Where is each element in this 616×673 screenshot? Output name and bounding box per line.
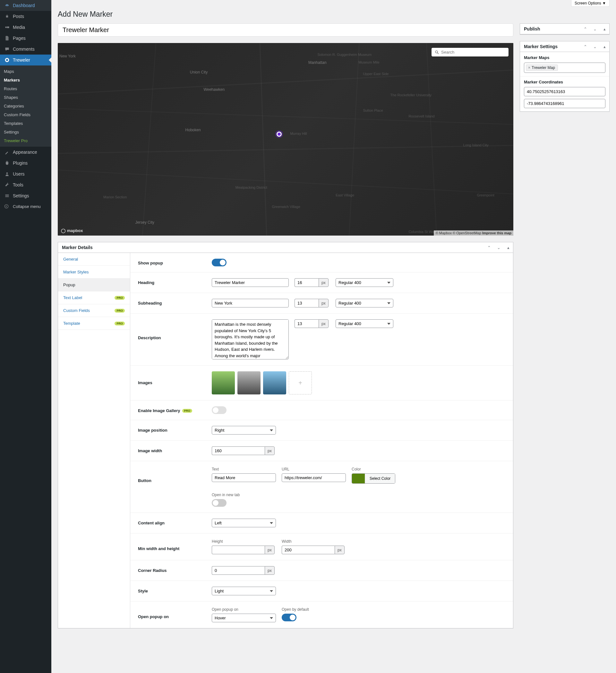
submenu-treweler-pro[interactable]: Treweler Pro — [0, 137, 51, 145]
marker-settings-box: Marker Settings ⌃ ⌄ ▴ Marker Maps × Tr — [520, 41, 610, 112]
map-pin-icon — [4, 57, 10, 63]
panel-down-icon[interactable]: ⌄ — [590, 24, 600, 34]
panel-up-icon[interactable]: ⌃ — [580, 24, 590, 34]
tab-general[interactable]: General — [58, 253, 130, 266]
menu-users[interactable]: Users — [0, 169, 51, 179]
submenu-settings[interactable]: Settings — [0, 128, 51, 137]
style-select[interactable]: Light — [212, 587, 276, 595]
map-search-input[interactable] — [441, 50, 505, 54]
color-swatch[interactable] — [352, 474, 365, 483]
width-label: Width — [282, 539, 346, 544]
pro-badge: PRO — [114, 321, 125, 325]
tab-popup[interactable]: Popup — [58, 278, 130, 291]
submenu-routes[interactable]: Routes — [0, 84, 51, 93]
menu-settings[interactable]: Settings — [0, 190, 51, 201]
submenu-maps[interactable]: Maps — [0, 67, 51, 76]
image-position-select[interactable]: Right — [212, 426, 276, 435]
lat-input[interactable] — [524, 87, 605, 96]
marker-title-input[interactable] — [58, 23, 513, 37]
menu-posts[interactable]: Posts — [0, 11, 51, 22]
image-add-button[interactable]: + — [289, 371, 312, 395]
corner-radius-input[interactable] — [212, 566, 265, 575]
image-thumb-3[interactable] — [263, 371, 286, 395]
subheading-weight-select[interactable]: Regular 400 — [336, 299, 393, 307]
map-improve-link[interactable]: Improve this map — [482, 231, 512, 235]
heading-input[interactable] — [212, 278, 289, 287]
menu-appearance[interactable]: Appearance — [0, 147, 51, 158]
tab-custom-fields[interactable]: Custom FieldsPRO — [58, 304, 130, 317]
panel-up-icon[interactable]: ⌃ — [484, 243, 494, 252]
comment-icon — [4, 46, 10, 52]
menu-treweler[interactable]: Treweler — [0, 54, 51, 65]
description-fontsize-input[interactable] — [295, 319, 319, 328]
panel-toggle-icon[interactable]: ▴ — [600, 42, 609, 51]
tag-remove-icon[interactable]: × — [528, 65, 530, 70]
submenu-custom-fields[interactable]: Custom Fields — [0, 110, 51, 119]
menu-label: Appearance — [13, 149, 37, 155]
mapbox-logo: ◯ mapbox — [61, 228, 83, 233]
svg-rect-7 — [5, 196, 9, 197]
menu-label: Plugins — [13, 160, 28, 166]
button-newtab-toggle[interactable] — [212, 499, 227, 507]
map-marker-pin[interactable] — [277, 132, 282, 137]
map-attr-mapbox[interactable]: © Mapbox — [436, 231, 452, 235]
min-width-input[interactable] — [282, 545, 335, 554]
heading-fontsize-input[interactable] — [295, 278, 319, 287]
marker-maps-label: Marker Maps — [524, 55, 605, 60]
px-unit: px — [319, 299, 329, 307]
tag-label: Treweler Map — [532, 65, 555, 70]
subheading-fontsize-input[interactable] — [295, 299, 319, 307]
lng-input[interactable] — [524, 99, 605, 108]
collapse-menu-button[interactable]: Collapse menu — [0, 201, 51, 212]
image-width-input[interactable] — [212, 446, 265, 455]
tab-text-label[interactable]: Text LabelPRO — [58, 291, 130, 304]
subheading-input[interactable] — [212, 299, 289, 307]
marker-details-box: Marker Details ⌃ ⌄ ▴ General Marker Styl… — [58, 242, 513, 628]
description-textarea[interactable]: Manhattan is the most densely populated … — [212, 319, 289, 360]
map-attr-osm[interactable]: © OpenStreetMap — [453, 231, 481, 235]
min-height-input[interactable] — [212, 545, 265, 554]
marker-settings-title: Marker Settings — [520, 41, 580, 52]
submenu-markers[interactable]: Markers — [0, 76, 51, 84]
submenu-templates[interactable]: Templates — [0, 119, 51, 128]
heading-label: Heading — [138, 278, 212, 285]
menu-comments[interactable]: Comments — [0, 44, 51, 54]
tab-marker-styles[interactable]: Marker Styles — [58, 266, 130, 278]
panel-down-icon[interactable]: ⌄ — [590, 42, 600, 51]
px-unit: px — [319, 278, 329, 287]
image-thumb-1[interactable] — [212, 371, 235, 395]
open-popup-select[interactable]: Hover — [212, 614, 276, 622]
menu-label: Comments — [13, 46, 35, 52]
panel-down-icon[interactable]: ⌄ — [494, 243, 504, 252]
submenu-shapes[interactable]: Shapes — [0, 93, 51, 102]
style-label: Style — [138, 587, 212, 594]
svg-rect-6 — [5, 195, 9, 196]
show-popup-toggle[interactable] — [212, 259, 227, 266]
open-default-toggle[interactable] — [282, 614, 296, 621]
select-color-button[interactable]: Select Color — [365, 474, 395, 483]
menu-media[interactable]: Media — [0, 22, 51, 33]
submenu-categories[interactable]: Categories — [0, 102, 51, 110]
button-url-input[interactable] — [282, 473, 346, 482]
menu-label: Pages — [13, 35, 26, 41]
description-weight-select[interactable]: Regular 400 — [336, 319, 393, 328]
menu-plugins[interactable]: Plugins — [0, 158, 51, 169]
map-canvas[interactable]: New York Union City Manhattan Solomon R.… — [58, 43, 513, 236]
panel-toggle-icon[interactable]: ▴ — [600, 24, 609, 34]
menu-tools[interactable]: Tools — [0, 179, 51, 190]
button-text-input[interactable] — [212, 473, 276, 482]
content-align-select[interactable]: Left — [212, 519, 276, 527]
map-search — [431, 48, 509, 56]
heading-weight-select[interactable]: Regular 400 — [336, 278, 393, 287]
panel-toggle-icon[interactable]: ▴ — [504, 243, 513, 252]
marker-maps-input[interactable]: × Treweler Map — [524, 62, 605, 73]
image-thumb-2[interactable] — [237, 371, 261, 395]
tab-template[interactable]: TemplatePRO — [58, 317, 130, 330]
page-title: Add New Marker — [58, 10, 610, 19]
content-align-label: Content align — [138, 519, 212, 525]
menu-pages[interactable]: Pages — [0, 33, 51, 44]
screen-options-button[interactable]: Screen Options ▼ — [571, 0, 610, 7]
panel-up-icon[interactable]: ⌃ — [580, 42, 590, 51]
menu-dashboard[interactable]: Dashboard — [0, 0, 51, 11]
svg-point-8 — [4, 204, 8, 208]
